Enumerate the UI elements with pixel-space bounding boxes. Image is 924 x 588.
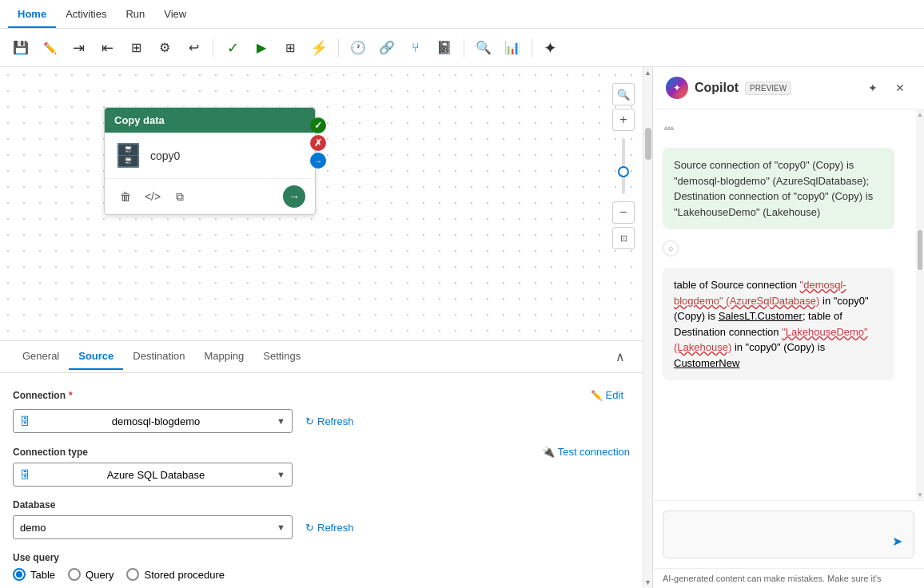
menu-view[interactable]: View: [154, 2, 196, 28]
connection-select[interactable]: 🗄 demosql-blogdemo ▼: [13, 409, 293, 433]
branch-button[interactable]: ⑂: [403, 35, 428, 61]
copilot-scrollbar[interactable]: ▲ ▼: [916, 109, 924, 500]
indent-button[interactable]: ⇥: [66, 35, 91, 61]
zoom-in-button[interactable]: +: [612, 109, 635, 131]
copilot-scroll-up[interactable]: ▲: [917, 111, 923, 118]
settings-button[interactable]: ⚙: [152, 35, 177, 61]
arrow-activity-button[interactable]: →: [283, 185, 305, 208]
zoom-controls: 🔍 + − ⊡: [612, 83, 635, 249]
connection-refresh-button[interactable]: ↻ Refresh: [299, 412, 360, 431]
radio-query[interactable]: Query: [68, 568, 114, 581]
copilot-header-actions: ✦ ✕: [862, 77, 911, 99]
copilot-scroll-thumb[interactable]: [918, 230, 922, 270]
radio-table-circle: [13, 568, 26, 581]
database-label: Database: [13, 499, 630, 511]
tab-source[interactable]: Source: [69, 344, 123, 370]
use-query-form-row: Use query Table Query Stor: [13, 552, 630, 581]
copy-data-body: 🗄️ copy0: [105, 133, 315, 178]
copilot-panel: ✦ Copilot PREVIEW ✦ ✕ … Source connectio…: [652, 67, 924, 588]
copilot-input-box[interactable]: [663, 511, 914, 558]
send-button[interactable]: ➤: [886, 530, 908, 552]
connection-type-db-icon: 🗄: [20, 469, 30, 481]
edit-pencil-icon: ✏️: [591, 390, 603, 401]
copilot-disclaimer: AI-generated content can make mistakes. …: [653, 568, 924, 588]
copy-data-actions: 🗑 </> ⧉ →: [105, 178, 315, 214]
copy-activity-button[interactable]: ⧉: [169, 185, 191, 208]
status-arrow-icon: →: [310, 153, 326, 169]
edit-button[interactable]: ✏️: [37, 35, 62, 61]
history-button[interactable]: 🕐: [345, 35, 371, 61]
fit-screen-button[interactable]: ⊡: [612, 227, 635, 249]
copilot-wand-button[interactable]: ✦: [862, 77, 884, 99]
monitor-button[interactable]: 📊: [500, 35, 525, 61]
table-button[interactable]: ⊞: [277, 35, 303, 61]
radio-stored-procedure[interactable]: Stored procedure: [126, 568, 224, 581]
user-message-1: table of Source connection "demosql-blog…: [663, 268, 894, 380]
canvas-scroll-thumb[interactable]: [645, 128, 651, 160]
status-check-icon: ✓: [310, 117, 326, 133]
outdent-button[interactable]: ⇥: [94, 35, 120, 61]
copilot-messages: … Source connection of "copy0" (Copy) is…: [653, 109, 916, 500]
connection-type-form-row: Connection type 🔌 Test connection 🗄 Azur…: [13, 446, 630, 487]
canvas-area: 🔍 + − ⊡ Copy data ✓ ✗ →: [0, 67, 643, 588]
copilot-preview-badge: PREVIEW: [745, 81, 791, 95]
menu-activities[interactable]: Activities: [56, 2, 116, 28]
connection-type-dropdown-icon: ▼: [277, 470, 285, 479]
connection-type-control-row: 🗄 Azure SQL Database ▼: [13, 463, 630, 487]
undo-button[interactable]: ↩: [181, 35, 206, 61]
database-refresh-button[interactable]: ↻ Refresh: [299, 518, 360, 537]
tab-general[interactable]: General: [13, 344, 69, 370]
database-form-row: Database demo ▼ ↻ Refresh: [13, 499, 630, 539]
copilot-input-wrapper: ➤: [663, 511, 914, 558]
copy-data-db-icon: 🗄️: [114, 142, 142, 169]
fit-button[interactable]: ⊞: [123, 35, 149, 61]
scroll-more-btn[interactable]: ○: [663, 240, 679, 256]
copy-data-name: copy0: [150, 149, 180, 162]
notebook-button[interactable]: 📓: [432, 35, 457, 61]
panel-close-button[interactable]: ∧: [611, 348, 630, 367]
previous-message-partial: …: [663, 119, 906, 138]
validate-button[interactable]: ✓: [220, 35, 245, 61]
canvas-scrollbar[interactable]: ▲ ▼: [643, 67, 652, 588]
connection-type-select[interactable]: 🗄 Azure SQL Database ▼: [13, 463, 293, 487]
tab-mapping[interactable]: Mapping: [194, 344, 253, 370]
use-query-options: Table Query Stored procedure: [13, 568, 630, 581]
pipeline-canvas[interactable]: 🔍 + − ⊡ Copy data ✓ ✗ →: [0, 67, 643, 340]
canvas-scroll-track: [645, 78, 651, 577]
connection-db-icon: 🗄: [20, 415, 30, 427]
search-button[interactable]: 🔍: [471, 35, 496, 61]
save-button[interactable]: 💾: [8, 35, 34, 61]
copilot-close-button[interactable]: ✕: [889, 77, 911, 99]
canvas-scroll-down[interactable]: ▼: [644, 578, 651, 586]
copilot-body: … Source connection of "copy0" (Copy) is…: [653, 109, 924, 500]
copilot-scroll-down[interactable]: ▼: [917, 491, 923, 499]
required-star: *: [69, 390, 73, 401]
menu-run[interactable]: Run: [116, 2, 154, 28]
code-activity-button[interactable]: </>: [141, 185, 164, 208]
msg-underline-2: CustomerNew: [674, 357, 739, 369]
zoom-out-button[interactable]: −: [612, 201, 635, 224]
svg-text:✦: ✦: [673, 82, 681, 93]
radio-table[interactable]: Table: [13, 568, 55, 581]
test-connection-button[interactable]: 🔌 Test connection: [542, 446, 630, 458]
menu-home[interactable]: Home: [8, 2, 56, 28]
zoom-thumb[interactable]: [618, 166, 629, 177]
properties-content: Connection * ✏️ Edit 🗄 demosql-blogd: [0, 373, 643, 588]
database-select[interactable]: demo ▼: [13, 515, 293, 539]
previous-partial-text: …: [664, 119, 674, 130]
toolbar-separator-3: [464, 38, 464, 58]
msg-part-4: in "copy0" (Copy) is: [731, 341, 825, 353]
assistant-message-1: Source connection of "copy0" (Copy) is "…: [663, 148, 894, 229]
tab-settings[interactable]: Settings: [253, 344, 310, 370]
delete-activity-button[interactable]: 🗑: [114, 185, 137, 208]
edit-connection-button[interactable]: ✏️ Edit: [584, 386, 630, 404]
run-button[interactable]: ▶: [249, 35, 274, 61]
tabs-bar: General Source Destination Mapping Setti…: [0, 341, 643, 373]
tab-destination[interactable]: Destination: [123, 344, 194, 370]
connect-button[interactable]: 🔗: [374, 35, 400, 61]
canvas-scroll-up[interactable]: ▲: [644, 69, 651, 77]
copilot-button[interactable]: ✦: [539, 35, 562, 61]
connection-type-label: Connection type 🔌 Test connection: [13, 446, 630, 458]
trigger-button[interactable]: ⚡: [306, 35, 332, 61]
zoom-search-btn[interactable]: 🔍: [612, 83, 635, 105]
